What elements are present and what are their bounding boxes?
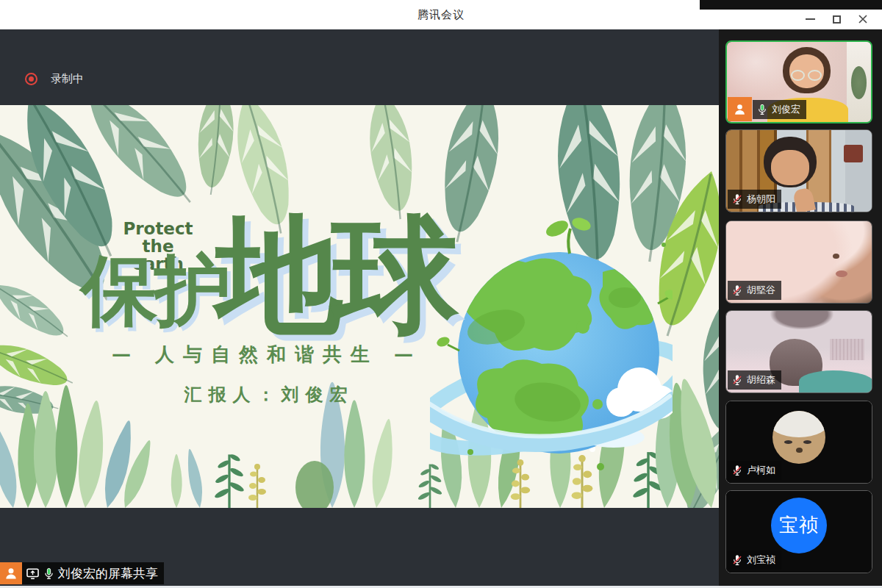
person-badge-icon — [0, 562, 22, 584]
overlay-black-strip — [700, 0, 882, 10]
participant-tile-liubaozhen[interactable]: 宝祯 刘宝祯 — [725, 490, 872, 573]
recording-indicator[interactable]: 录制中 — [25, 72, 84, 86]
record-dot-icon — [25, 73, 37, 85]
close-icon — [858, 14, 868, 24]
participant-tile-liujunhong[interactable]: 刘俊宏 — [725, 40, 872, 123]
minimize-button[interactable] — [797, 10, 823, 29]
participant-nameplate: 胡堅谷 — [728, 281, 781, 300]
mic-muted-icon — [731, 374, 743, 386]
participant-tile-lukeru[interactable]: 卢柯如 — [725, 401, 872, 484]
meeting-window: 腾讯会议 录制中 — [0, 0, 882, 588]
participant-nameplate: 卢柯如 — [728, 461, 781, 480]
participant-nameplate: 刘宝祯 — [728, 551, 781, 570]
mic-muted-icon — [731, 193, 743, 205]
recording-label: 录制中 — [51, 72, 84, 86]
meeting-content: 录制中 — [0, 29, 882, 586]
participant-name: 胡堅谷 — [747, 284, 775, 297]
slide-presenter: 汇报人：刘俊宏 — [184, 383, 354, 406]
screen-share-view: 录制中 — [0, 29, 719, 586]
participants-sidebar: 刘俊宏 杨朝阳 — [719, 29, 882, 586]
earth-illustration — [430, 217, 673, 478]
participant-tile-yangchaoyang[interactable]: 杨朝阳 — [725, 129, 872, 212]
screen-share-status-bar: 刘俊宏的屏幕共享 — [0, 562, 164, 584]
mic-muted-icon — [731, 465, 743, 476]
minimize-icon — [806, 18, 815, 20]
participant-nameplate: 杨朝阳 — [728, 190, 781, 209]
share-bar-text: 刘俊宏的屏幕共享 — [58, 565, 158, 582]
maximize-icon — [833, 15, 841, 24]
participant-tile-hujiangu[interactable]: 胡堅谷 — [725, 220, 872, 304]
mic-muted-icon — [731, 554, 743, 566]
mic-on-icon — [43, 567, 55, 580]
cartoon-avatar — [772, 411, 825, 464]
participant-name: 刘俊宏 — [772, 103, 800, 116]
participant-tile-hushaosen[interactable]: 胡绍森 — [725, 310, 872, 393]
mic-muted-icon — [731, 284, 743, 296]
initials-avatar: 宝祯 — [771, 498, 827, 553]
participant-name: 刘宝祯 — [747, 553, 775, 567]
presentation-slide: Protect the earth 保护 地球 — 人与自然和谐共生 — 汇报人… — [0, 105, 719, 508]
participant-name: 卢柯如 — [747, 464, 775, 477]
slide-title-part2: 地球 — [216, 209, 448, 343]
window-title: 腾讯会议 — [0, 8, 882, 22]
participant-name: 胡绍森 — [747, 373, 775, 387]
participant-nameplate: 刘俊宏 — [753, 100, 806, 119]
slide-title-part1: 保护 — [81, 249, 228, 331]
participant-name: 杨朝阳 — [747, 193, 775, 206]
participant-nameplate: 胡绍森 — [728, 370, 781, 390]
slide-subtitle: — 人与自然和谐共生 — — [112, 342, 422, 368]
maximize-button[interactable] — [823, 10, 850, 29]
screen-share-icon — [26, 567, 40, 581]
mic-on-icon — [756, 104, 768, 115]
close-button[interactable] — [850, 10, 876, 29]
person-badge-icon — [728, 97, 752, 121]
